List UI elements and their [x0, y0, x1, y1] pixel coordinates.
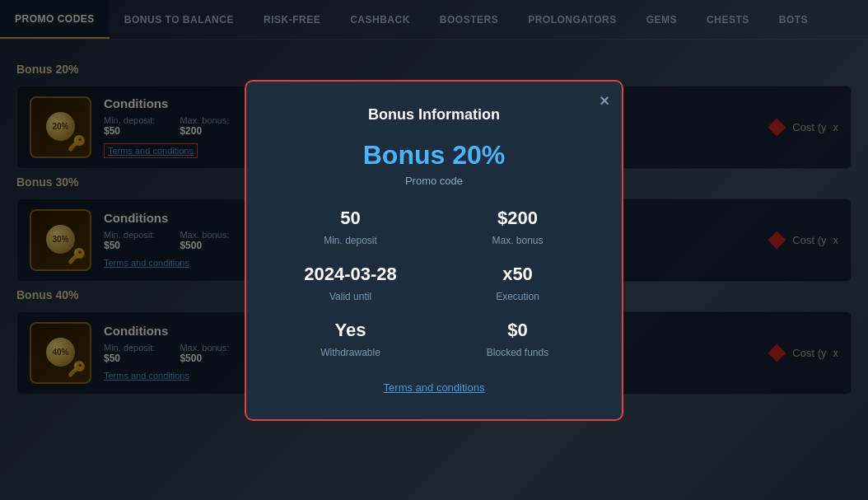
- modal-overlay[interactable]: × Bonus Information Bonus 20% Promo code…: [0, 0, 868, 500]
- modal-min-deposit-value: 50: [279, 208, 422, 229]
- modal-stat-valid-until: 2024-03-28 Valid until: [279, 264, 422, 303]
- modal-blocked-funds-label: Blocked funds: [487, 347, 548, 358]
- modal-stat-withdrawable: Yes Withdrawable: [279, 320, 422, 359]
- modal-execution-label: Execution: [496, 291, 539, 302]
- modal-execution-value: x50: [446, 264, 589, 285]
- modal-max-bonus-label: Max. bonus: [492, 235, 543, 246]
- modal-subtitle: Promo code: [279, 175, 589, 187]
- modal-valid-until-value: 2024-03-28: [279, 264, 422, 285]
- modal-terms-link[interactable]: Terms and conditions: [384, 381, 485, 394]
- modal-stat-max-bonus: $200 Max. bonus: [446, 208, 589, 247]
- modal-max-bonus-value: $200: [446, 208, 589, 229]
- modal-withdrawable-value: Yes: [279, 320, 422, 341]
- modal-valid-until-label: Valid until: [329, 291, 371, 302]
- bonus-info-modal: × Bonus Information Bonus 20% Promo code…: [245, 80, 623, 421]
- modal-blocked-funds-value: $0: [446, 320, 589, 341]
- modal-withdrawable-label: Withdrawable: [320, 347, 380, 358]
- modal-title: Bonus Information: [279, 106, 589, 124]
- modal-stat-min-deposit: 50 Min. deposit: [279, 208, 422, 247]
- modal-stats-grid: 50 Min. deposit $200 Max. bonus 2024-03-…: [279, 208, 589, 359]
- modal-close-button[interactable]: ×: [600, 91, 609, 110]
- modal-stat-execution: x50 Execution: [446, 264, 589, 303]
- modal-bonus-title: Bonus 20%: [279, 140, 589, 171]
- modal-min-deposit-label: Min. deposit: [324, 235, 377, 246]
- modal-stat-blocked-funds: $0 Blocked funds: [446, 320, 589, 359]
